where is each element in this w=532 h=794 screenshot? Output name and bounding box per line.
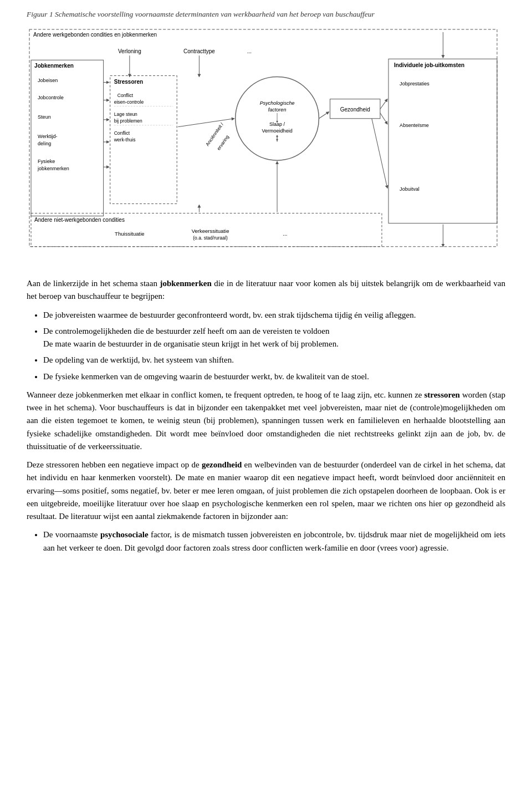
svg-line-41 — [178, 119, 234, 127]
svg-text:...: ... — [283, 231, 287, 237]
svg-text:Individuele job-uitkomsten: Individuele job-uitkomsten — [394, 62, 464, 68]
content-body: Aan de linkerzijde in het schema staan j… — [27, 277, 505, 554]
svg-text:(o.a. stad/ruraal): (o.a. stad/ruraal) — [193, 235, 228, 241]
svg-text:Conflict: Conflict — [117, 93, 134, 98]
svg-text:bij problemen: bij problemen — [114, 118, 142, 124]
svg-text:Jobcontrole: Jobcontrole — [38, 95, 64, 100]
svg-text:factoren: factoren — [268, 107, 287, 113]
svg-text:Steun: Steun — [38, 114, 51, 120]
svg-text:Jobeisen: Jobeisen — [38, 78, 58, 83]
list-item: De jobvereisten waarmee de bestuurder ge… — [43, 309, 505, 322]
svg-text:deling: deling — [38, 141, 51, 146]
svg-text:Stressoren: Stressoren — [114, 79, 143, 85]
svg-text:Jobkenmerken: Jobkenmerken — [34, 63, 74, 69]
list-item: De fysieke kenmerken van de omgeving waa… — [43, 370, 505, 383]
svg-text:jobkenmerken: jobkenmerken — [37, 166, 69, 171]
diagram-container: Andere werkgebonden condities en jobkenm… — [27, 24, 505, 265]
svg-text:Conflict: Conflict — [114, 130, 130, 136]
svg-text:Thuissituatie: Thuissituatie — [115, 231, 145, 237]
list-item: De controlemogelijkheden die de bestuurd… — [43, 325, 505, 351]
paragraph-3: Deze stressoren hebben een negatieve imp… — [27, 459, 505, 523]
svg-text:Lage steun: Lage steun — [114, 111, 137, 117]
paragraph-2: Wanneer deze jobkenmerken met elkaar in … — [27, 389, 505, 453]
svg-text:Contracttype: Contracttype — [183, 48, 215, 54]
svg-text:Andere niet-werkgebonden condi: Andere niet-werkgebonden condities — [34, 217, 125, 223]
list-item: De voornaamste psychosociale factor, is … — [43, 528, 505, 554]
svg-line-44 — [319, 112, 329, 119]
svg-text:Vermoeidheid: Vermoeidheid — [262, 128, 292, 134]
svg-text:werk-thuis: werk-thuis — [114, 137, 136, 142]
bullet-list-1: De jobvereisten waarmee de bestuurder ge… — [43, 309, 505, 383]
svg-text:Absenteïsme: Absenteïsme — [400, 123, 429, 128]
list-item: De opdeling van de werktijd, bv. het sys… — [43, 354, 505, 367]
svg-text:Verloning: Verloning — [118, 48, 141, 54]
intro-paragraph: Aan de linkerzijde in het schema staan j… — [27, 277, 505, 303]
svg-line-50 — [380, 99, 387, 109]
svg-line-51 — [380, 113, 387, 124]
svg-text:Verkeerssituatie: Verkeerssituatie — [192, 228, 229, 234]
svg-text:Jobuitval: Jobuitval — [400, 186, 420, 192]
svg-text:Jobprestaties: Jobprestaties — [400, 81, 429, 86]
svg-text:Gezondheid: Gezondheid — [340, 106, 370, 113]
bullet-list-2: De voornaamste psychosociale factor, is … — [43, 528, 505, 554]
figure-caption: Figuur 1 Schematische voorstelling voorn… — [27, 10, 505, 19]
svg-text:ervaring: ervaring — [216, 134, 230, 151]
svg-text:Fysieke: Fysieke — [38, 159, 55, 164]
svg-text:...: ... — [247, 48, 252, 54]
svg-text:eisen-controle: eisen-controle — [114, 99, 144, 105]
svg-text:Psychologische: Psychologische — [260, 100, 295, 106]
svg-text:Andere werkgebonden condities : Andere werkgebonden condities en jobkenm… — [33, 32, 157, 38]
svg-line-52 — [372, 119, 387, 189]
svg-text:Werktijd-: Werktijd- — [38, 134, 57, 139]
